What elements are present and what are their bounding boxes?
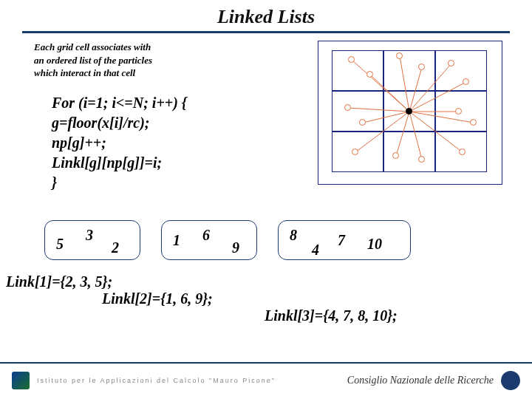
particle <box>459 149 466 155</box>
footer-rule <box>0 362 532 364</box>
num: 6 <box>202 227 210 244</box>
particle <box>455 108 462 115</box>
particle <box>463 78 469 85</box>
svg-line-4 <box>409 64 451 112</box>
page-title: Linked Lists <box>0 0 532 28</box>
particle <box>366 71 373 78</box>
footer-left: Istituto per le Applicazioni del Calcolo… <box>12 372 276 389</box>
buckets-row: 5 3 2 1 6 9 8 4 7 10 <box>44 220 411 260</box>
num: 7 <box>338 232 345 249</box>
footer-right-text: Consiglio Nazionale delle Ricerche <box>347 375 494 386</box>
particle <box>352 149 358 155</box>
particle <box>348 56 355 63</box>
svg-line-11 <box>396 112 409 156</box>
svg-line-2 <box>400 56 409 112</box>
cnr-logo-icon <box>501 371 520 390</box>
particle <box>418 156 425 163</box>
svg-line-12 <box>409 112 422 160</box>
svg-line-5 <box>409 82 466 112</box>
particle-center <box>406 108 412 115</box>
particle <box>392 152 399 159</box>
particle <box>418 64 425 70</box>
svg-line-6 <box>348 108 409 112</box>
link-results: Link[1]={2, 3, 5}; Linkl[2]={1, 6, 9}; L… <box>6 273 398 324</box>
footer-left-text: Istituto per le Applicazioni del Calcolo… <box>37 377 276 384</box>
svg-line-13 <box>409 112 463 152</box>
link-line: Linkl[3]={4, 7, 8, 10}; <box>265 307 398 324</box>
footer-right: Consiglio Nazionale delle Ricerche <box>347 371 520 390</box>
grid-diagram <box>318 41 502 185</box>
particle <box>359 119 366 126</box>
num: 10 <box>367 236 382 253</box>
num: 1 <box>173 232 180 249</box>
footer: Istituto per le Applicazioni del Calcolo… <box>0 362 532 399</box>
bucket-3: 8 4 7 10 <box>278 220 411 260</box>
bucket-1: 5 3 2 <box>44 220 140 260</box>
bucket-2: 1 6 9 <box>161 220 257 260</box>
particle <box>396 52 403 59</box>
particle <box>448 60 454 66</box>
svg-line-9 <box>409 112 474 123</box>
num: 3 <box>86 227 93 244</box>
title-rule <box>22 31 510 33</box>
link-line: Linkl[2]={1, 6, 9}; <box>102 290 398 307</box>
num: 4 <box>312 242 319 259</box>
num: 9 <box>232 239 239 256</box>
particle <box>344 104 351 111</box>
num: 2 <box>112 239 119 256</box>
iac-logo-icon <box>12 372 30 389</box>
svg-line-1 <box>370 75 409 112</box>
particle <box>470 119 477 126</box>
num: 8 <box>290 227 297 244</box>
link-line: Link[1]={2, 3, 5}; <box>6 273 398 290</box>
num: 5 <box>56 236 64 253</box>
